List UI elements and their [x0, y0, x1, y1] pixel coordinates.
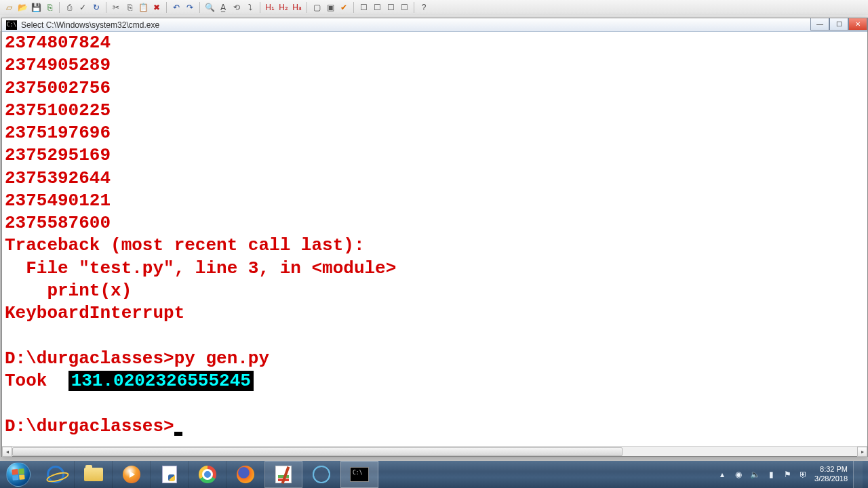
atom-icon — [313, 466, 330, 483]
tray-chevron-icon[interactable]: ▴ — [717, 469, 728, 480]
cmd-icon: C:\ — [350, 467, 369, 482]
took-label: Took — [5, 371, 68, 391]
cmd-titlebar[interactable]: C:\ Select C:\Windows\system32\cmd.exe —… — [2, 18, 867, 32]
new-icon[interactable]: ▱ — [3, 1, 15, 14]
scroll-track[interactable] — [12, 447, 857, 457]
tray-battery-icon[interactable]: ▮ — [766, 469, 776, 480]
h3-icon[interactable]: H₃ — [291, 1, 303, 14]
paste-icon[interactable]: 📋 — [137, 1, 149, 14]
open-icon[interactable]: 📂 — [16, 1, 28, 14]
output-line: 2375197696 — [5, 123, 111, 143]
system-tray: ▴ ◉ 🔈 ▮ ⚑ ⛨ 8:32 PM 3/28/2018 — [711, 461, 868, 488]
editor-icon — [275, 466, 292, 483]
layout-2-icon[interactable]: ☐ — [371, 1, 383, 14]
cmd-window: C:\ Select C:\Windows\system32\cmd.exe —… — [1, 18, 868, 457]
output-line: 2375002756 — [5, 78, 111, 98]
taskbar-editor[interactable] — [264, 461, 302, 488]
layout-3-icon[interactable]: ☐ — [384, 1, 397, 14]
redo-icon[interactable]: ↷ — [184, 1, 196, 14]
copy-icon[interactable]: ⎘ — [123, 1, 136, 14]
tray-time: 8:32 PM — [814, 465, 848, 474]
cmd-title-icon: C:\ — [6, 20, 17, 30]
refresh-icon[interactable]: ↻ — [90, 1, 102, 14]
took-value-selected: 131.0202326555245 — [68, 371, 254, 391]
horizontal-scrollbar[interactable]: ◂ ▸ — [2, 446, 867, 456]
taskbar-atom[interactable] — [302, 461, 340, 488]
window-title: Select C:\Windows\system32\cmd.exe — [21, 20, 159, 30]
cut-icon[interactable]: ✂ — [110, 1, 122, 14]
play-icon — [123, 466, 140, 483]
undo-icon[interactable]: ↶ — [170, 1, 182, 14]
zoom-icon[interactable]: 🔍 — [203, 1, 216, 14]
output-line: 2374807824 — [5, 33, 111, 53]
find-icon[interactable]: A̲ — [217, 1, 229, 14]
replace-icon[interactable]: ⟲ — [231, 1, 243, 14]
chrome-icon — [199, 466, 216, 483]
tray-volume-icon[interactable]: 🔈 — [749, 469, 760, 480]
scroll-right-button[interactable]: ▸ — [857, 447, 867, 457]
tray-network-icon[interactable]: ◉ — [733, 469, 744, 480]
taskbar: C:\ ▴ ◉ 🔈 ▮ ⚑ ⛨ 8:32 PM 3/28/2018 — [0, 461, 868, 488]
windows-orb-icon — [6, 462, 31, 487]
output-line: 2375100225 — [5, 100, 111, 121]
taskbar-ie[interactable] — [37, 461, 75, 488]
taskbar-cmd[interactable]: C:\ — [340, 461, 378, 488]
cmd-prompt: D:\durgaclasses> — [5, 416, 174, 436]
check-icon[interactable]: ✔ — [338, 1, 350, 14]
scroll-thumb[interactable] — [12, 447, 623, 456]
folder-icon — [84, 468, 103, 481]
cmd-invocation: D:\durgaclasses>py gen.py — [5, 348, 269, 369]
cursor-icon — [174, 432, 182, 436]
background-toolbar: ▱ 📂 💾 ⎘ ⎙ ✓ ↻ ✂ ⎘ 📋 ✖ ↶ ↷ 🔍 A̲ ⟲ ⤵ H₁ H₂… — [0, 0, 868, 15]
traceback-error: KeyboardInterrupt — [5, 303, 184, 323]
taskbar-media-player[interactable] — [113, 461, 151, 488]
h1-icon[interactable]: H₁ — [264, 1, 276, 14]
output-line: 2375587600 — [5, 213, 111, 233]
tray-shield-icon[interactable]: ⛨ — [798, 469, 809, 480]
taskbar-python[interactable] — [151, 461, 189, 488]
traceback-header: Traceback (most recent call last): — [5, 235, 365, 256]
panel-2-icon[interactable]: ▣ — [324, 1, 336, 14]
taskbar-chrome[interactable] — [189, 461, 226, 488]
save-all-icon[interactable]: ⎘ — [43, 1, 56, 14]
delete-icon[interactable]: ✖ — [151, 1, 163, 14]
layout-4-icon[interactable]: ☐ — [398, 1, 410, 14]
show-desktop-button[interactable] — [853, 461, 863, 488]
taskbar-explorer[interactable] — [75, 461, 113, 488]
h2-icon[interactable]: H₂ — [277, 1, 290, 14]
tray-flag-icon[interactable]: ⚑ — [782, 469, 793, 480]
python-icon — [162, 466, 177, 483]
cmd-output[interactable]: 2374807824 2374905289 2375002756 2375100… — [2, 32, 867, 446]
output-line: 2375392644 — [5, 168, 111, 188]
output-line: 2375295169 — [5, 145, 111, 165]
firefox-icon — [237, 466, 254, 483]
goto-icon[interactable]: ⤵ — [244, 1, 256, 14]
start-button[interactable] — [0, 461, 37, 488]
layout-1-icon[interactable]: ☐ — [357, 1, 370, 14]
print-icon[interactable]: ⎙ — [63, 1, 75, 14]
spellcheck-icon[interactable]: ✓ — [77, 1, 89, 14]
tray-clock[interactable]: 8:32 PM 3/28/2018 — [814, 465, 848, 484]
help-icon[interactable]: ? — [418, 1, 430, 14]
traceback-code: print(x) — [5, 281, 132, 301]
close-button[interactable]: ✕ — [848, 18, 867, 30]
ie-icon — [47, 466, 64, 483]
output-line: 2375490121 — [5, 190, 111, 211]
output-line: 2374905289 — [5, 55, 111, 75]
maximize-button[interactable]: ☐ — [829, 18, 848, 30]
taskbar-firefox[interactable] — [226, 461, 264, 488]
traceback-file: File "test.py", line 3, in <module> — [5, 258, 396, 279]
panel-1-icon[interactable]: ▢ — [311, 1, 323, 14]
minimize-button[interactable]: — — [810, 18, 829, 30]
scroll-left-button[interactable]: ◂ — [2, 447, 12, 457]
tray-date: 3/28/2018 — [814, 474, 848, 484]
save-icon[interactable]: 💾 — [30, 1, 42, 14]
